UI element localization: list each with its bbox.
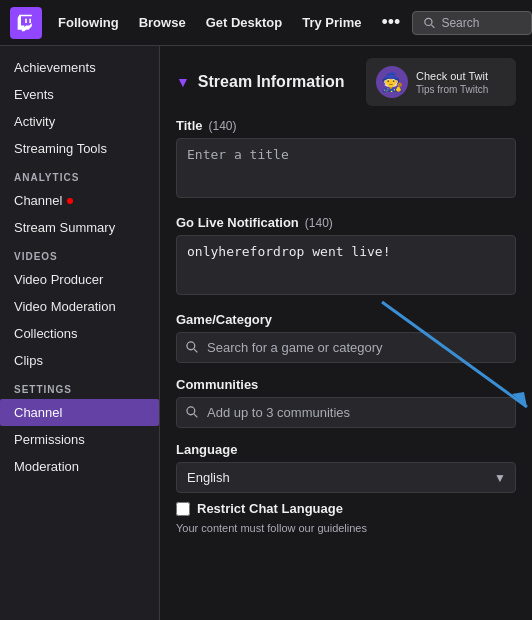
sidebar: Achievements Events Activity Streaming T… xyxy=(0,46,160,620)
sidebar-item-streaming-tools[interactable]: Streaming Tools xyxy=(0,135,159,162)
communities-input-wrapper xyxy=(176,397,516,428)
language-field-group: Language English Spanish French German J… xyxy=(176,442,516,534)
search-input[interactable] xyxy=(441,16,521,30)
notif-line2: Tips from Twitch xyxy=(416,84,488,95)
game-category-input-wrapper xyxy=(176,332,516,363)
sidebar-item-collections[interactable]: Collections xyxy=(0,320,159,347)
notif-text-block: Check out Twit Tips from Twitch xyxy=(416,69,488,94)
svg-point-0 xyxy=(425,18,432,25)
game-category-label: Game/Category xyxy=(176,312,516,327)
sidebar-item-clips[interactable]: Clips xyxy=(0,347,159,374)
sidebar-item-video-moderation[interactable]: Video Moderation xyxy=(0,293,159,320)
sidebar-item-events[interactable]: Events xyxy=(0,81,159,108)
svg-point-6 xyxy=(187,406,195,414)
main-content: ▼ Stream Information 🧙 Check out Twit Ti… xyxy=(160,46,532,620)
nav-try-prime[interactable]: Try Prime xyxy=(294,9,369,36)
title-field-group: Title (140) xyxy=(176,118,516,201)
sidebar-item-achievements[interactable]: Achievements xyxy=(0,54,159,81)
settings-section-label: SETTINGS xyxy=(0,374,159,399)
svg-line-7 xyxy=(194,414,197,417)
collapse-icon[interactable]: ▼ xyxy=(176,74,190,90)
stream-info-header: ▼ Stream Information 🧙 Check out Twit Ti… xyxy=(176,58,516,106)
nav-get-desktop[interactable]: Get Desktop xyxy=(198,9,291,36)
notif-avatar: 🧙 xyxy=(376,66,408,98)
sidebar-item-permissions[interactable]: Permissions xyxy=(0,426,159,453)
videos-section-label: VIDEOS xyxy=(0,241,159,266)
communities-search-icon xyxy=(185,405,198,421)
notif-line1: Check out Twit xyxy=(416,69,488,83)
language-label: Language xyxy=(176,442,516,457)
go-live-label: Go Live Notification (140) xyxy=(176,215,516,230)
twitch-logo[interactable] xyxy=(10,7,42,39)
svg-line-1 xyxy=(432,25,435,28)
guidelines-text: Your content must follow our guidelines xyxy=(176,522,516,534)
title-input[interactable] xyxy=(176,138,516,198)
sidebar-item-activity[interactable]: Activity xyxy=(0,108,159,135)
red-dot-indicator xyxy=(67,198,73,204)
sidebar-item-stream-summary[interactable]: Stream Summary xyxy=(0,214,159,241)
top-nav: Following Browse Get Desktop Try Prime •… xyxy=(0,0,532,46)
game-category-input[interactable] xyxy=(176,332,516,363)
title-char-count: (140) xyxy=(209,119,237,133)
title-label: Title (140) xyxy=(176,118,516,133)
communities-field-group: Communities xyxy=(176,377,516,428)
search-icon xyxy=(423,16,435,29)
restrict-chat-checkbox[interactable] xyxy=(176,502,190,516)
communities-label: Communities xyxy=(176,377,516,392)
stream-info-title: ▼ Stream Information xyxy=(176,73,345,91)
language-select-wrapper: English Spanish French German Japanese K… xyxy=(176,462,516,493)
sidebar-item-video-producer[interactable]: Video Producer xyxy=(0,266,159,293)
search-box xyxy=(412,11,532,35)
active-arrow xyxy=(149,403,160,423)
sidebar-item-channel[interactable]: Channel xyxy=(0,399,159,426)
restrict-chat-row: Restrict Chat Language xyxy=(176,501,516,516)
nav-following[interactable]: Following xyxy=(50,9,127,36)
stream-info-label: Stream Information xyxy=(198,73,345,91)
sidebar-item-moderation[interactable]: Moderation xyxy=(0,453,159,480)
app-body: Achievements Events Activity Streaming T… xyxy=(0,46,532,620)
game-search-icon xyxy=(185,340,198,356)
nav-more-button[interactable]: ••• xyxy=(373,8,408,37)
go-live-input[interactable]: onlyherefordrop went live! xyxy=(176,235,516,295)
analytics-section-label: ANALYTICS xyxy=(0,162,159,187)
language-select[interactable]: English Spanish French German Japanese K… xyxy=(176,462,516,493)
go-live-char-count: (140) xyxy=(305,216,333,230)
notification-box[interactable]: 🧙 Check out Twit Tips from Twitch xyxy=(366,58,516,106)
restrict-chat-label: Restrict Chat Language xyxy=(197,501,343,516)
sidebar-item-channel-analytics[interactable]: Channel xyxy=(0,187,159,214)
nav-browse[interactable]: Browse xyxy=(131,9,194,36)
game-category-field-group: Game/Category xyxy=(176,312,516,363)
svg-point-2 xyxy=(187,341,195,349)
communities-input[interactable] xyxy=(176,397,516,428)
go-live-field-group: Go Live Notification (140) onlyherefordr… xyxy=(176,215,516,298)
svg-line-3 xyxy=(194,349,197,352)
